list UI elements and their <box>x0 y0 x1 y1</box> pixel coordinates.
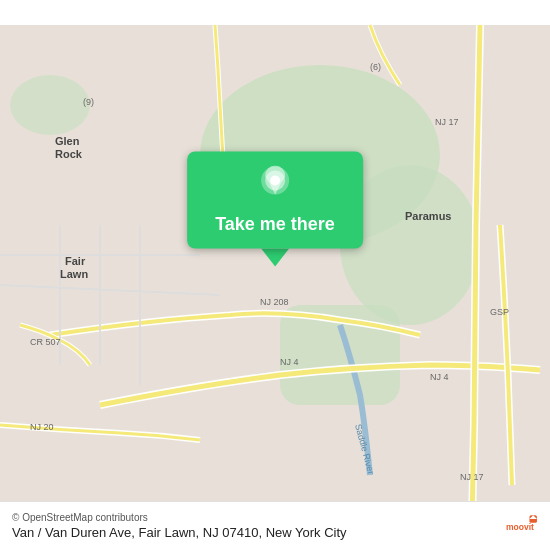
osm-credit-text: © OpenStreetMap contributors <box>12 512 347 523</box>
svg-text:Fair: Fair <box>65 255 86 267</box>
take-me-there-label: Take me there <box>215 214 335 235</box>
map-background: (9) (6) NJ 17 GSP NJ 208 NJ 4 NJ 4 CR 50… <box>0 0 550 550</box>
svg-text:Glen: Glen <box>55 135 80 147</box>
bottom-bar: © OpenStreetMap contributors Van / Van D… <box>0 501 550 550</box>
svg-text:CR 507: CR 507 <box>30 337 61 347</box>
moovit-logo: moovit <box>506 510 538 542</box>
svg-text:NJ 17: NJ 17 <box>435 117 459 127</box>
svg-text:Lawn: Lawn <box>60 268 88 280</box>
take-me-there-callout[interactable]: Take me there <box>187 152 363 267</box>
svg-text:NJ 4: NJ 4 <box>430 372 449 382</box>
callout-box[interactable]: Take me there <box>187 152 363 249</box>
svg-text:NJ 20: NJ 20 <box>30 422 54 432</box>
svg-text:(6): (6) <box>370 62 381 72</box>
location-address-text: Van / Van Duren Ave, Fair Lawn, NJ 07410… <box>12 525 347 540</box>
svg-text:Rock: Rock <box>55 148 83 160</box>
svg-text:(9): (9) <box>83 97 94 107</box>
moovit-icon: moovit <box>506 510 538 542</box>
callout-arrow <box>261 249 289 267</box>
bottom-left-info: © OpenStreetMap contributors Van / Van D… <box>12 512 347 540</box>
svg-text:Paramus: Paramus <box>405 210 451 222</box>
svg-text:NJ 17: NJ 17 <box>460 472 484 482</box>
location-pin-icon <box>259 166 291 208</box>
svg-text:moovit: moovit <box>506 522 534 532</box>
map-container: (9) (6) NJ 17 GSP NJ 208 NJ 4 NJ 4 CR 50… <box>0 0 550 550</box>
svg-text:NJ 4: NJ 4 <box>280 357 299 367</box>
svg-text:GSP: GSP <box>490 307 509 317</box>
svg-point-4 <box>10 75 90 135</box>
svg-text:NJ 208: NJ 208 <box>260 297 289 307</box>
